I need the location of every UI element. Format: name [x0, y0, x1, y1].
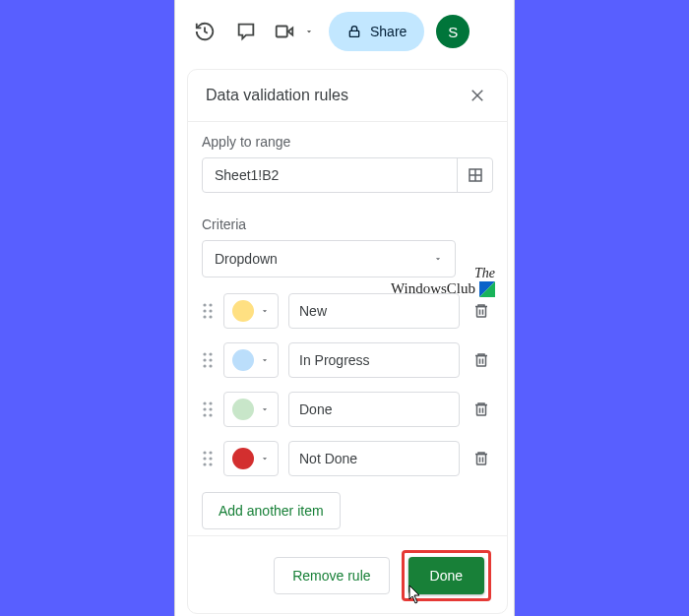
done-button[interactable]: Done [408, 557, 484, 594]
avatar[interactable]: S [436, 15, 470, 48]
close-icon[interactable] [466, 84, 489, 107]
toolbar: Share S [175, 0, 514, 63]
svg-point-26 [203, 401, 206, 404]
svg-point-30 [203, 413, 206, 416]
option-row [202, 342, 493, 378]
drag-handle-icon[interactable] [202, 400, 214, 418]
color-chip-button[interactable] [223, 293, 279, 329]
color-dot [232, 300, 254, 322]
chevron-down-icon [301, 27, 317, 36]
criteria-label: Criteria [202, 216, 493, 232]
chevron-down-icon [260, 355, 270, 365]
svg-point-22 [209, 364, 212, 367]
data-validation-panel: Data validation rules Apply to range Cri… [187, 69, 508, 614]
option-row [202, 293, 493, 329]
delete-icon[interactable] [470, 400, 493, 418]
color-chip-button[interactable] [223, 342, 279, 378]
remove-rule-button[interactable]: Remove rule [274, 557, 389, 594]
svg-point-8 [203, 303, 206, 306]
chevron-down-icon [260, 306, 270, 316]
svg-point-11 [209, 309, 212, 312]
svg-rect-32 [477, 405, 486, 416]
option-rows [202, 293, 493, 476]
svg-point-20 [209, 358, 212, 361]
option-value-input[interactable] [288, 441, 460, 476]
delete-icon[interactable] [470, 351, 493, 369]
color-dot [232, 399, 254, 420]
delete-icon[interactable] [470, 302, 493, 320]
drag-handle-icon[interactable] [202, 302, 214, 320]
svg-point-18 [209, 352, 212, 355]
option-value-input[interactable] [288, 392, 460, 427]
color-chip-button[interactable] [223, 392, 279, 427]
range-input-wrap [202, 157, 493, 193]
done-highlight: Done [402, 550, 491, 601]
add-another-item-button[interactable]: Add another item [202, 492, 341, 529]
lock-icon [346, 24, 362, 39]
svg-point-40 [209, 462, 212, 465]
svg-point-28 [203, 407, 206, 410]
svg-point-35 [203, 451, 206, 454]
svg-point-36 [209, 451, 212, 454]
svg-point-27 [209, 401, 212, 404]
svg-point-31 [209, 413, 212, 416]
chevron-down-icon [260, 404, 270, 414]
meet-button-group[interactable] [268, 12, 317, 51]
color-chip-button[interactable] [223, 441, 279, 476]
svg-point-39 [203, 462, 206, 465]
svg-point-9 [209, 303, 212, 306]
color-dot [232, 448, 254, 469]
drag-handle-icon[interactable] [202, 450, 214, 467]
svg-rect-2 [349, 31, 358, 36]
app-frame: Share S Data validation rules Apply to r… [174, 0, 515, 616]
option-value-input[interactable] [288, 293, 460, 329]
panel-footer: Remove rule Done [188, 535, 507, 614]
criteria-select[interactable]: Dropdown [202, 240, 456, 277]
video-icon [268, 12, 301, 51]
svg-marker-1 [288, 28, 293, 34]
svg-rect-23 [477, 356, 486, 367]
svg-point-19 [203, 358, 206, 361]
apply-range-label: Apply to range [202, 134, 493, 150]
share-label: Share [370, 24, 407, 39]
select-range-icon[interactable] [457, 158, 492, 192]
svg-point-13 [209, 315, 212, 318]
svg-point-37 [203, 457, 206, 460]
svg-point-17 [203, 352, 206, 355]
svg-point-38 [209, 457, 212, 460]
share-button[interactable]: Share [329, 12, 424, 51]
panel-title: Data validation rules [206, 87, 348, 104]
svg-rect-14 [477, 307, 486, 318]
svg-point-29 [209, 407, 212, 410]
range-input[interactable] [203, 158, 457, 192]
option-row [202, 441, 493, 476]
drag-handle-icon[interactable] [202, 351, 214, 369]
svg-rect-41 [477, 455, 486, 465]
option-row [202, 392, 493, 427]
svg-point-12 [203, 315, 206, 318]
svg-point-10 [203, 309, 206, 312]
criteria-value: Dropdown [215, 251, 278, 267]
panel-header: Data validation rules [188, 70, 507, 122]
panel-body: Apply to range Criteria Dropdown [188, 122, 507, 535]
option-value-input[interactable] [288, 342, 460, 378]
color-dot [232, 349, 254, 371]
svg-rect-0 [277, 27, 287, 37]
chevron-down-icon [260, 454, 270, 463]
delete-icon[interactable] [470, 450, 493, 467]
history-icon[interactable] [185, 12, 224, 51]
chevron-down-icon [433, 254, 443, 264]
svg-point-21 [203, 364, 206, 367]
comment-icon[interactable] [226, 12, 266, 51]
